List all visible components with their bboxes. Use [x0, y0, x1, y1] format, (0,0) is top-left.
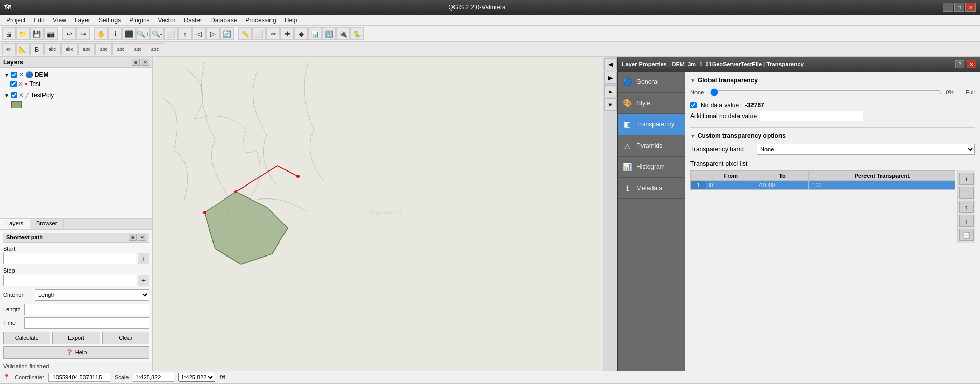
tb-label-text6[interactable]: abc: [130, 43, 146, 55]
menu-project[interactable]: Project: [2, 16, 30, 25]
tb-measure-area[interactable]: ⬜: [252, 27, 266, 40]
tb-label-bold[interactable]: B: [30, 43, 44, 55]
menu-plugins[interactable]: Plugins: [125, 16, 153, 25]
rp-import-btn[interactable]: 📋: [959, 229, 974, 241]
sp-clear-btn[interactable]: Clear: [102, 332, 149, 344]
menu-raster[interactable]: Raster: [180, 16, 206, 25]
tb-zoom-layer[interactable]: ↕: [178, 27, 192, 40]
tb-undo[interactable]: ↩: [62, 27, 76, 40]
map-tool-2[interactable]: ▶: [604, 72, 617, 84]
tb-plugins[interactable]: 🔌: [336, 27, 350, 40]
tb-label-format[interactable]: 📐: [16, 43, 30, 55]
additional-no-data-input[interactable]: [760, 111, 863, 121]
tb-attr-table[interactable]: 📊: [308, 27, 322, 40]
tb-label-text7[interactable]: abc: [147, 43, 163, 55]
rp-nav-pyramids[interactable]: △ Pyramids: [618, 135, 685, 157]
rp-nav-metadata[interactable]: ℹ Metadata: [618, 178, 685, 199]
tb-label-text2[interactable]: abc: [61, 43, 78, 55]
tb-identify[interactable]: ℹ: [108, 27, 122, 40]
tb-digitize[interactable]: ✏: [266, 27, 280, 40]
tb-measure[interactable]: 📏: [238, 27, 252, 40]
rp-move-up-btn[interactable]: ↑: [959, 201, 974, 213]
sp-export-btn[interactable]: Export: [52, 332, 100, 344]
map-canvas[interactable]: Map Canvas ◀ ▶ ▲ ▼: [153, 57, 617, 371]
row-to-1[interactable]: 41000: [756, 181, 809, 190]
sp-calculate-btn[interactable]: Calculate: [3, 332, 50, 344]
sp-start-input[interactable]: [3, 253, 136, 264]
tb-zoom-prev[interactable]: ◁: [192, 27, 206, 40]
menu-help[interactable]: Help: [280, 16, 302, 25]
sp-close-btn[interactable]: ✕: [138, 234, 146, 241]
tb-label-text4[interactable]: abc: [95, 43, 112, 55]
menu-processing[interactable]: Processing: [241, 16, 280, 25]
layer-item-test[interactable]: ✕ ● Test: [2, 79, 150, 89]
tb-python[interactable]: 🐍: [350, 27, 364, 40]
menu-settings[interactable]: Settings: [94, 16, 125, 25]
coord-input[interactable]: [48, 373, 110, 382]
tb-label-text5[interactable]: abc: [112, 43, 129, 55]
sp-help-btn[interactable]: ❓ Help: [3, 346, 149, 359]
band-select[interactable]: None: [757, 144, 975, 155]
tb-zoom-next[interactable]: ▷: [206, 27, 220, 40]
tb-pan[interactable]: ✋: [94, 27, 108, 40]
menu-vector[interactable]: Vector: [154, 16, 180, 25]
rp-nav-transparency[interactable]: ◧ Transparency: [618, 114, 685, 135]
rp-move-down-btn[interactable]: ↓: [959, 215, 974, 227]
tb-zoom-out[interactable]: 🔍-: [150, 27, 164, 40]
no-data-checkbox[interactable]: [690, 102, 697, 108]
tb-field-calc[interactable]: 🔢: [322, 27, 336, 40]
tb-save[interactable]: 💾: [30, 27, 44, 40]
rp-add-row-btn[interactable]: +: [959, 173, 974, 185]
map-tool-4[interactable]: ▼: [604, 98, 617, 111]
tb-node-tool[interactable]: ◆: [294, 27, 308, 40]
rp-nav-style[interactable]: 🎨 Style: [618, 93, 685, 114]
layer-item-dem[interactable]: ▼ ✕ 🔵 DEM: [2, 70, 150, 79]
menu-layer[interactable]: Layer: [70, 16, 94, 25]
layer-expand-testpoly[interactable]: ▼: [4, 93, 9, 98]
rp-remove-row-btn[interactable]: −: [959, 187, 974, 199]
sp-stop-add-btn[interactable]: +: [138, 275, 149, 286]
rp-nav-histogram[interactable]: 📊 Histogram: [618, 157, 685, 178]
menu-view[interactable]: View: [49, 16, 70, 25]
minimize-button[interactable]: —: [943, 3, 953, 12]
layers-expand-btn[interactable]: ⊞: [132, 59, 140, 66]
tb-add-feature[interactable]: ✚: [280, 27, 294, 40]
sp-criterion-select[interactable]: Length Time: [35, 289, 149, 301]
layers-close-btn[interactable]: ✕: [141, 59, 149, 66]
tb-refresh[interactable]: 🔄: [220, 27, 234, 40]
sp-start-add-btn[interactable]: +: [138, 253, 149, 264]
layer-expand-dem[interactable]: ▼: [4, 72, 9, 78]
rp-help-btn[interactable]: ?: [955, 60, 964, 68]
tb-label-text3[interactable]: abc: [78, 43, 95, 55]
tb-label-text1[interactable]: abc: [44, 43, 61, 55]
sp-expand-btn[interactable]: ⊞: [129, 234, 137, 241]
layer-item-testpoly[interactable]: ▼ ✕ ╱ TestPoly: [2, 91, 150, 100]
transparency-slider[interactable]: [710, 88, 942, 96]
tb-open[interactable]: 📁: [16, 27, 30, 40]
rp-close-btn[interactable]: ✕: [967, 60, 976, 68]
tb-zoom-in[interactable]: 🔍+: [136, 27, 150, 40]
tb-zoom-extent[interactable]: ⬜: [164, 27, 178, 40]
menu-edit[interactable]: Edit: [30, 16, 49, 25]
sp-length-input[interactable]: [24, 304, 149, 315]
sp-stop-input[interactable]: [3, 275, 136, 286]
tb-redo[interactable]: ↪: [76, 27, 90, 40]
layer-checkbox-dem[interactable]: [11, 72, 17, 78]
sp-time-input[interactable]: [24, 317, 149, 329]
table-row[interactable]: 1 0 41000 100: [691, 181, 955, 190]
scale-select[interactable]: 1:425,822: [178, 373, 215, 382]
scale-input[interactable]: [133, 373, 174, 382]
tab-browser[interactable]: Browser: [30, 219, 64, 229]
layer-checkbox-test[interactable]: [10, 81, 17, 87]
menu-database[interactable]: Database: [206, 16, 241, 25]
close-button[interactable]: ✕: [965, 3, 976, 12]
rp-nav-general[interactable]: 🔵 General: [618, 72, 685, 93]
row-from-1[interactable]: 0: [706, 181, 756, 190]
layer-checkbox-testpoly[interactable]: [11, 92, 17, 98]
tab-layers[interactable]: Layers: [0, 219, 30, 229]
map-tool-1[interactable]: ◀: [604, 58, 617, 70]
map-tool-3[interactable]: ▲: [604, 85, 617, 97]
tb-label-edit[interactable]: ✏: [2, 43, 16, 55]
tb-save-as[interactable]: 📷: [44, 27, 58, 40]
maximize-button[interactable]: □: [954, 3, 964, 12]
